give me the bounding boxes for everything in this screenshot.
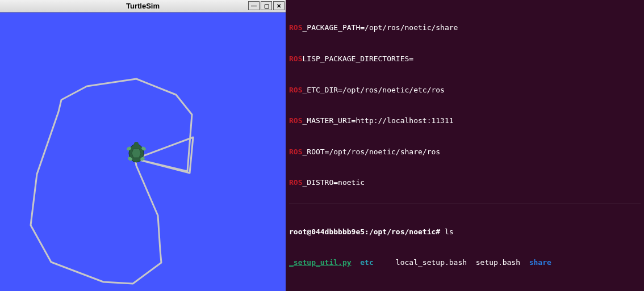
- maximize-button[interactable]: ▢: [261, 1, 272, 10]
- terminal-top[interactable]: ROS_PACKAGE_PATH=/opt/ros/noetic/share R…: [289, 2, 641, 201]
- env-line: ROS_ROOT=/opt/ros/noetic/share/ros: [289, 147, 641, 157]
- svg-point-1: [134, 142, 139, 146]
- turtlesim-canvas[interactable]: [0, 12, 286, 291]
- env-line: ROS_MASTER_URI=http://localhost:11311: [289, 116, 641, 126]
- terminal-bottom[interactable]: root@044dbbbbb9e5:/opt/ros/noetic# ls _s…: [289, 204, 641, 289]
- ls-output: _setup_util.py etc local_setup.bash setu…: [289, 258, 641, 268]
- turtle-trail: [31, 79, 193, 284]
- window-title: TurtleSim: [126, 2, 160, 10]
- minimize-button[interactable]: —: [248, 1, 260, 10]
- terminal-panel[interactable]: ROS_PACKAGE_PATH=/opt/ros/noetic/share R…: [286, 0, 644, 291]
- env-line: ROSLISP_PACKAGE_DIRECTORIES=: [289, 54, 641, 64]
- window-buttons: — ▢ ✕: [248, 1, 285, 10]
- turtlesim-window: TurtleSim — ▢ ✕: [0, 0, 286, 291]
- close-button[interactable]: ✕: [273, 1, 285, 10]
- env-line: ROS_DISTRO=noetic: [289, 178, 641, 188]
- turtle-icon: [126, 142, 147, 162]
- turtle-path-svg: [0, 12, 286, 291]
- titlebar[interactable]: TurtleSim — ▢ ✕: [0, 0, 286, 12]
- env-line: ROS_PACKAGE_PATH=/opt/ros/noetic/share: [289, 23, 641, 33]
- command-line: root@044dbbbbb9e5:/opt/ros/noetic# ls: [289, 227, 641, 237]
- env-line: ROS_ETC_DIR=/opt/ros/noetic/etc/ros: [289, 85, 641, 95]
